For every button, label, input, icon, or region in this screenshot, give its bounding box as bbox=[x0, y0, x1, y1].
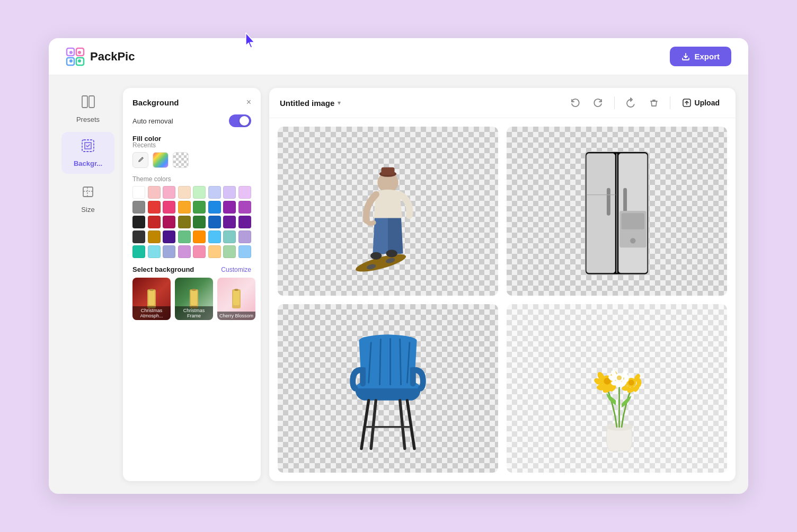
svg-rect-38 bbox=[622, 214, 644, 229]
close-button[interactable]: × bbox=[246, 97, 251, 107]
color-cell[interactable] bbox=[132, 201, 145, 214]
logo-icon bbox=[66, 47, 85, 66]
svg-point-6 bbox=[69, 59, 73, 63]
main-content: Presets Backgr... bbox=[49, 75, 748, 494]
svg-point-67 bbox=[617, 375, 622, 380]
color-cell[interactable] bbox=[193, 216, 206, 228]
upload-label: Upload bbox=[695, 99, 720, 107]
color-cell[interactable] bbox=[148, 230, 161, 243]
color-cell[interactable] bbox=[148, 186, 161, 199]
color-cell[interactable] bbox=[163, 230, 175, 243]
color-cell[interactable] bbox=[238, 245, 251, 258]
svg-line-45 bbox=[400, 400, 405, 448]
color-cell[interactable] bbox=[178, 201, 191, 214]
chevron-down-icon[interactable]: ▾ bbox=[338, 99, 341, 107]
fill-color-section: Fill color Recents bbox=[132, 135, 251, 168]
color-grid bbox=[132, 186, 251, 258]
image-cell-fridge[interactable] bbox=[507, 127, 727, 296]
color-cell[interactable] bbox=[238, 201, 251, 214]
auto-removal-toggle[interactable] bbox=[229, 114, 251, 127]
color-cell[interactable] bbox=[208, 201, 221, 214]
header: PackPic Export bbox=[49, 38, 748, 75]
color-cell[interactable] bbox=[178, 245, 191, 258]
transparent-swatch[interactable] bbox=[173, 152, 189, 168]
image-cell-skater[interactable] bbox=[278, 127, 498, 296]
image-cell-flowers[interactable] bbox=[507, 304, 727, 473]
svg-line-42 bbox=[361, 400, 369, 448]
color-cell[interactable] bbox=[223, 216, 236, 228]
logo: PackPic bbox=[66, 47, 135, 66]
color-cell[interactable] bbox=[132, 186, 145, 199]
bg-thumbnail[interactable]: Christmas Frame bbox=[175, 278, 213, 320]
svg-rect-32 bbox=[587, 154, 615, 273]
size-label: Size bbox=[81, 206, 94, 214]
export-button[interactable]: Export bbox=[670, 47, 731, 66]
upload-button[interactable]: Upload bbox=[677, 95, 725, 111]
color-cell[interactable] bbox=[148, 216, 161, 228]
color-cell[interactable] bbox=[148, 201, 161, 214]
export-icon bbox=[681, 52, 690, 61]
app-window: PackPic Export Presets bbox=[49, 38, 748, 494]
svg-line-44 bbox=[371, 400, 376, 448]
color-cell[interactable] bbox=[208, 216, 221, 228]
eyedropper-swatch[interactable] bbox=[132, 152, 148, 168]
color-cell[interactable] bbox=[193, 230, 206, 243]
color-cell[interactable] bbox=[132, 216, 145, 228]
color-cell[interactable] bbox=[178, 186, 191, 199]
color-cell[interactable] bbox=[163, 186, 175, 199]
auto-removal-label: Auto removal bbox=[132, 117, 173, 125]
color-cell[interactable] bbox=[163, 201, 175, 214]
color-cell[interactable] bbox=[208, 245, 221, 258]
color-cell[interactable] bbox=[178, 230, 191, 243]
panel-title: Background bbox=[132, 98, 179, 107]
color-cell[interactable] bbox=[148, 245, 161, 258]
color-cell[interactable] bbox=[163, 216, 175, 228]
color-cell[interactable] bbox=[208, 186, 221, 199]
image-cell-chair[interactable] bbox=[278, 304, 498, 473]
svg-rect-16 bbox=[191, 290, 197, 305]
toolbar-divider-2 bbox=[670, 96, 670, 109]
select-background-section: Select background Customize Christmas At… bbox=[132, 265, 251, 320]
recents-label: Recents bbox=[132, 141, 251, 149]
canvas-title: Untitled image bbox=[280, 99, 334, 108]
redo-button[interactable] bbox=[589, 94, 608, 111]
chair-illustration bbox=[335, 325, 441, 452]
svg-point-29 bbox=[386, 250, 397, 257]
select-bg-header: Select background Customize bbox=[132, 265, 251, 273]
color-cell[interactable] bbox=[238, 186, 251, 199]
image-grid bbox=[269, 118, 736, 481]
sidebar-item-size[interactable]: Size bbox=[61, 178, 114, 220]
bg-thumbnail[interactable]: Christmas Atmosph... bbox=[132, 278, 171, 320]
customize-link[interactable]: Customize bbox=[221, 266, 251, 273]
gradient-swatch[interactable] bbox=[153, 152, 169, 168]
sidebar-item-presets[interactable]: Presets bbox=[61, 88, 114, 130]
color-cell[interactable] bbox=[223, 230, 236, 243]
color-cell[interactable] bbox=[193, 186, 206, 199]
svg-point-14 bbox=[149, 289, 154, 291]
color-cell[interactable] bbox=[132, 245, 145, 258]
svg-point-39 bbox=[630, 238, 635, 243]
color-cell[interactable] bbox=[178, 216, 191, 228]
color-cell[interactable] bbox=[193, 245, 206, 258]
color-cell[interactable] bbox=[163, 245, 175, 258]
undo-button[interactable] bbox=[565, 94, 585, 111]
presets-icon bbox=[81, 94, 95, 112]
color-cell[interactable] bbox=[223, 245, 236, 258]
color-cell[interactable] bbox=[223, 201, 236, 214]
rotate-button[interactable] bbox=[621, 94, 640, 111]
color-cell[interactable] bbox=[132, 230, 145, 243]
background-label: Backgr... bbox=[74, 159, 102, 167]
color-cell[interactable] bbox=[238, 230, 251, 243]
color-cell[interactable] bbox=[208, 230, 221, 243]
svg-rect-19 bbox=[233, 290, 240, 305]
color-cell[interactable] bbox=[238, 216, 251, 228]
delete-button[interactable] bbox=[644, 94, 663, 111]
color-cell[interactable] bbox=[223, 186, 236, 199]
skater-illustration bbox=[340, 145, 436, 277]
sidebar-item-background[interactable]: Backgr... bbox=[61, 132, 114, 174]
svg-point-5 bbox=[78, 51, 81, 54]
color-cell[interactable] bbox=[193, 201, 206, 214]
bg-thumbnail[interactable]: Cherry Blossom bbox=[217, 278, 255, 320]
theme-colors-label: Theme colors bbox=[132, 175, 251, 183]
select-bg-label: Select background bbox=[132, 265, 194, 273]
